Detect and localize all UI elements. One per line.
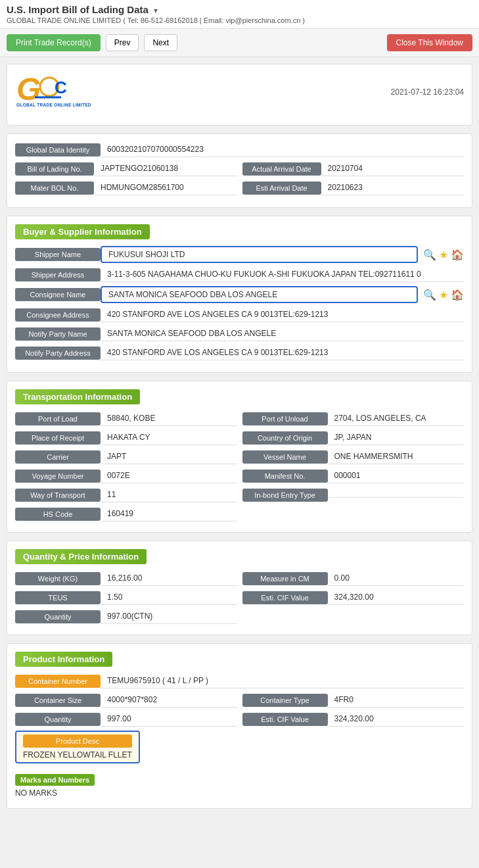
svg-text:C: C bbox=[55, 78, 67, 97]
svg-text:GLOBAL TRADE ONLINE LIMITED: GLOBAL TRADE ONLINE LIMITED bbox=[16, 103, 91, 107]
manifest-no-value: 000001 bbox=[328, 468, 465, 483]
notify-party-address-label: Notify Party Address bbox=[15, 347, 101, 360]
container-type-value: 4FR0 bbox=[328, 692, 465, 708]
place-of-receipt-value: HAKATA CY bbox=[101, 430, 237, 445]
teus-value: 1.50 bbox=[101, 590, 237, 605]
voyage-number-label: Voyage Number bbox=[15, 470, 101, 483]
country-of-origin-value: JP, JAPAN bbox=[328, 430, 465, 445]
basic-info-card: Global Data Identity 6003202107070000554… bbox=[7, 133, 472, 208]
toolbar: Print Trade Record(s) Prev Next Close Th… bbox=[0, 29, 479, 57]
notify-party-name-label: Notify Party Name bbox=[15, 327, 101, 341]
esti-arrival-value: 20210623 bbox=[321, 180, 465, 195]
product-esti-cif-label: Esti. CIF Value bbox=[242, 713, 328, 726]
quantity-value: 997.00(CTN) bbox=[101, 609, 237, 624]
manifest-no-label: Manifest No. bbox=[242, 470, 328, 483]
shipper-home-icon[interactable]: 🏠 bbox=[451, 249, 464, 261]
hs-code-value: 160419 bbox=[101, 506, 237, 521]
shipper-name-label: Shipper Name bbox=[15, 248, 101, 261]
notify-party-name-value: SANTA MONICA SEAFOOD DBA LOS ANGELE bbox=[101, 326, 464, 341]
transportation-title: Transportation Information bbox=[15, 389, 140, 404]
product-quantity-label: Quantity bbox=[15, 713, 101, 726]
container-size-value: 4000*907*802 bbox=[101, 692, 237, 708]
container-size-label: Container Size bbox=[15, 694, 101, 707]
timestamp: 2021-07-12 16:23:04 bbox=[391, 87, 464, 97]
port-of-unload-label: Port of Unload bbox=[242, 412, 328, 425]
marks-value: NO MARKS bbox=[15, 786, 464, 800]
product-quantity-value: 997.00 bbox=[101, 711, 237, 727]
consignee-address-label: Consignee Address bbox=[15, 308, 101, 322]
shipper-address-label: Shipper Address bbox=[15, 268, 101, 281]
company-info: GLOBAL TRADE ONLINE LIMITED ( Tel: 86-51… bbox=[7, 16, 472, 24]
way-of-transport-label: Way of Transport bbox=[15, 489, 101, 502]
weight-label: Weight (KG) bbox=[15, 572, 101, 585]
quantity-price-card: Quantity & Price Information Weight (KG)… bbox=[7, 541, 472, 635]
carrier-label: Carrier bbox=[15, 450, 101, 464]
master-bol-label: Mater BOL No. bbox=[15, 181, 94, 195]
port-of-load-value: 58840, KOBE bbox=[101, 411, 237, 426]
in-bond-entry-value bbox=[328, 492, 465, 498]
print-button[interactable]: Print Trade Record(s) bbox=[7, 34, 101, 51]
page-title: U.S. Import Bill of Lading Data bbox=[7, 4, 148, 15]
logo-area: G C GLOBAL TRADE ONLINE LIMITED bbox=[15, 72, 94, 112]
product-desc-value: FROZEN YELLOWTAIL FLLET bbox=[23, 750, 132, 760]
company-logo: G C GLOBAL TRADE ONLINE LIMITED bbox=[15, 72, 94, 112]
quantity-price-title: Quantity & Price Information bbox=[15, 549, 147, 564]
esti-cif-value: 324,320.00 bbox=[328, 590, 465, 605]
transportation-card: Transportation Information Port of Load … bbox=[7, 381, 472, 533]
container-type-label: Container Type bbox=[242, 694, 328, 707]
actual-arrival-value: 20210704 bbox=[321, 161, 465, 176]
consignee-search-icon[interactable]: 🔍 bbox=[423, 289, 436, 301]
buyer-supplier-card: Buyer & Supplier Information Shipper Nam… bbox=[7, 216, 472, 373]
buyer-supplier-title: Buyer & Supplier Information bbox=[15, 224, 150, 239]
global-data-identity-value: 6003202107070000554223 bbox=[101, 142, 464, 157]
country-of-origin-label: Country of Origin bbox=[242, 431, 328, 445]
in-bond-entry-label: In-bond Entry Type bbox=[242, 489, 328, 502]
consignee-star-icon[interactable]: ★ bbox=[439, 289, 448, 301]
vessel-name-label: Vessel Name bbox=[242, 450, 328, 464]
product-info-title: Product Information bbox=[15, 652, 112, 667]
consignee-name-label: Consignee Name bbox=[15, 288, 101, 301]
voyage-number-value: 0072E bbox=[101, 468, 237, 483]
header-card: G C GLOBAL TRADE ONLINE LIMITED 2021-07-… bbox=[7, 64, 472, 126]
shipper-star-icon[interactable]: ★ bbox=[439, 249, 448, 261]
teus-label: TEUS bbox=[15, 591, 101, 604]
container-number-value: TEMU9675910 ( 41 / L / PP ) bbox=[101, 673, 464, 688]
shipper-name-value: FUKUSUI SHOJI LTD bbox=[101, 246, 418, 263]
esti-arrival-label: Esti Arrival Date bbox=[242, 181, 321, 195]
global-data-identity-label: Global Data Identity bbox=[15, 143, 101, 157]
measure-label: Measure in CM bbox=[242, 572, 328, 585]
quantity-label: Quantity bbox=[15, 610, 101, 623]
product-desc-box: Product Desc FROZEN YELLOWTAIL FLLET bbox=[15, 731, 140, 763]
way-of-transport-value: 11 bbox=[101, 487, 237, 502]
vessel-name-value: ONE HAMMERSMITH bbox=[328, 449, 465, 464]
hs-code-label: HS Code bbox=[15, 508, 101, 521]
dropdown-arrow[interactable]: ▾ bbox=[154, 6, 158, 15]
product-desc-label: Product Desc bbox=[23, 735, 132, 748]
prev-button[interactable]: Prev bbox=[106, 34, 139, 51]
place-of-receipt-label: Place of Receipt bbox=[15, 431, 101, 445]
marks-label: Marks and Numbers bbox=[15, 774, 95, 786]
close-button[interactable]: Close This Window bbox=[387, 34, 472, 51]
weight-value: 16,216.00 bbox=[101, 571, 237, 586]
port-of-load-label: Port of Load bbox=[15, 412, 101, 425]
consignee-address-value: 420 STANFORD AVE LOS ANGELES CA 9 0013TE… bbox=[101, 307, 464, 322]
consignee-home-icon[interactable]: 🏠 bbox=[451, 289, 464, 301]
container-number-label: Container Number bbox=[15, 675, 101, 688]
notify-party-address-value: 420 STANFORD AVE LOS ANGELES CA 9 0013TE… bbox=[101, 345, 464, 360]
svg-text:G: G bbox=[16, 72, 41, 107]
next-button[interactable]: Next bbox=[144, 34, 177, 51]
bill-of-lading-label: Bill of Lading No. bbox=[15, 162, 94, 176]
product-info-card: Product Information Container Number TEM… bbox=[7, 643, 472, 809]
master-bol-value: HDMUNGOM28561700 bbox=[94, 180, 237, 195]
carrier-value: JAPT bbox=[101, 449, 237, 464]
bill-of-lading-value: JAPTENGO21060138 bbox=[94, 161, 237, 176]
consignee-name-value: SANTA MONICA SEAFOOD DBA LOS ANGELE bbox=[101, 286, 418, 303]
esti-cif-label: Esti. CIF Value bbox=[242, 591, 328, 604]
port-of-unload-value: 2704, LOS ANGELES, CA bbox=[328, 411, 465, 426]
shipper-search-icon[interactable]: 🔍 bbox=[423, 249, 436, 261]
shipper-address-value: 3-11-3-605 NAGAHAMA CHUO-KU FUKUOK A-SHI… bbox=[101, 267, 464, 282]
top-bar: U.S. Import Bill of Lading Data ▾ GLOBAL… bbox=[0, 0, 479, 29]
measure-value: 0.00 bbox=[328, 571, 465, 586]
product-esti-cif-value: 324,320.00 bbox=[328, 711, 465, 727]
actual-arrival-label: Actual Arrival Date bbox=[242, 162, 321, 176]
